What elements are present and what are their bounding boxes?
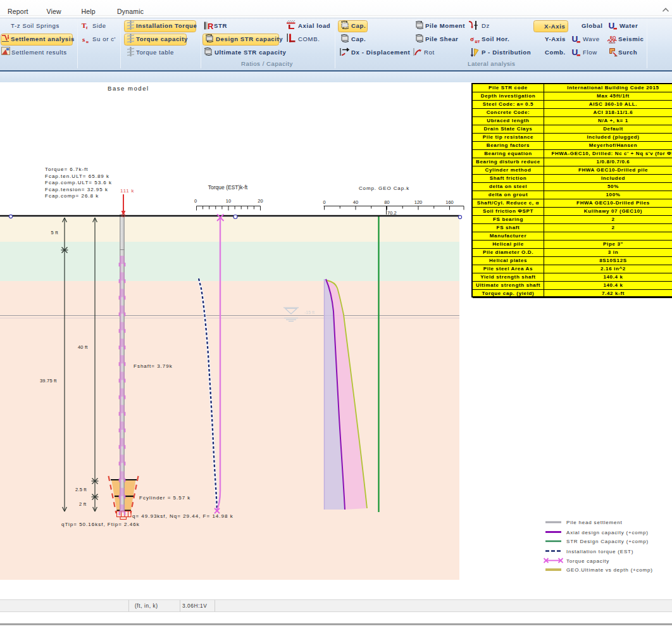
svg-text:40: 40 <box>353 199 358 205</box>
svg-text:70.2: 70.2 <box>387 210 397 216</box>
svg-text:GEO.Ultimate vs depth (+comp): GEO.Ultimate vs depth (+comp) <box>566 567 653 573</box>
svg-text:120: 120 <box>414 199 423 205</box>
svg-text:Fcap.comp= 26.8 k: Fcap.comp= 26.8 k <box>45 193 99 199</box>
svg-text:Comp. GEO Cap.k: Comp. GEO Cap.k <box>359 185 409 191</box>
svg-text:10: 10 <box>226 198 231 204</box>
svg-text:q= 49.93ksf, Nq= 29.44, F= 14.: q= 49.93ksf, Nq= 29.44, F= 14.98 k <box>132 513 233 519</box>
svg-text:Axial design capacity (+comp): Axial design capacity (+comp) <box>566 530 649 535</box>
svg-text:Fcap.comp.ULT= 53.6 k: Fcap.comp.ULT= 53.6 k <box>45 180 112 185</box>
svg-text:Pile head settlement: Pile head settlement <box>566 520 623 525</box>
svg-text:Torque capacity: Torque capacity <box>566 558 609 564</box>
svg-text:0: 0 <box>323 199 325 205</box>
svg-text:80: 80 <box>384 199 389 205</box>
svg-text:20: 20 <box>258 198 263 204</box>
svg-text:111 k: 111 k <box>120 188 135 194</box>
svg-text:5 ft: 5 ft <box>51 230 59 235</box>
svg-text:Torque= 6.7k-ft: Torque= 6.7k-ft <box>45 166 89 172</box>
svg-text:Fshaft= 3.79k: Fshaft= 3.79k <box>134 363 173 369</box>
svg-text:Base model: Base model <box>108 85 149 92</box>
svg-text:39.75 ft: 39.75 ft <box>40 378 57 384</box>
svg-text:qTip= 50.16ksf, Ftip= 2.46k: qTip= 50.16ksf, Ftip= 2.46k <box>61 522 140 527</box>
svg-text:Torque (EST)k-ft: Torque (EST)k-ft <box>208 184 248 191</box>
svg-text:Installation torque (EST): Installation torque (EST) <box>566 549 633 554</box>
svg-text:40 ft: 40 ft <box>78 344 88 350</box>
svg-text:Fcap.ten.ULT= 65.89 k: Fcap.ten.ULT= 65.89 k <box>45 173 109 179</box>
svg-text:2.5 ft: 2.5 ft <box>75 487 87 492</box>
svg-text:2 ft: 2 ft <box>79 501 87 507</box>
svg-text:-15 ft: -15 ft <box>304 310 314 315</box>
svg-text:Fcap.tension= 32.95 k: Fcap.tension= 32.95 k <box>45 187 108 192</box>
svg-text:160: 160 <box>445 199 454 205</box>
svg-text:Fcylinder = 5.57 k: Fcylinder = 5.57 k <box>139 495 190 501</box>
svg-text:STR Design Capacity (+comp): STR Design Capacity (+comp) <box>566 539 649 544</box>
svg-text:0: 0 <box>194 198 197 204</box>
